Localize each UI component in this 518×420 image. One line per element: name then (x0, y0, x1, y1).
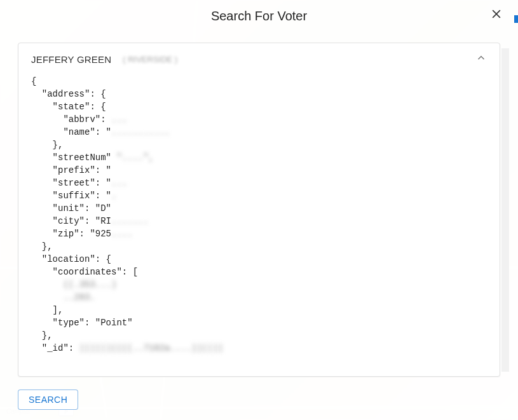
modal-footer: SEARCH (0, 383, 518, 420)
voter-subtitle: ( RIVERSIDE ) (123, 55, 177, 64)
search-button[interactable]: SEARCH (18, 390, 78, 410)
modal-title: Search For Voter (211, 9, 307, 24)
search-voter-modal: Search For Voter JEFFERY GREEN ( RIVERSI… (0, 0, 518, 420)
close-button[interactable] (489, 6, 504, 22)
voter-json-body[interactable]: { "address": { "state": { "abbrv": ... "… (18, 75, 500, 376)
close-icon (490, 8, 503, 20)
modal-header: Search For Voter (0, 0, 518, 30)
chevron-up-icon (475, 52, 487, 66)
voter-name: JEFFERY GREEN (31, 54, 111, 65)
voter-result-accordion: JEFFERY GREEN ( RIVERSIDE ) { "address":… (18, 43, 500, 377)
accordion-header[interactable]: JEFFERY GREEN ( RIVERSIDE ) (18, 43, 500, 75)
